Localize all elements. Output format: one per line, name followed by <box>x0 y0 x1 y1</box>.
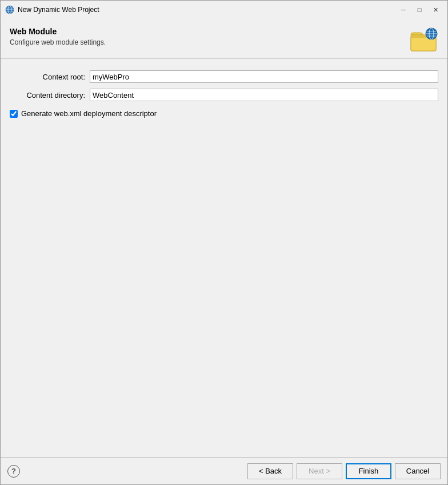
generate-xml-label[interactable]: Generate web.xml deployment descriptor <box>21 109 157 118</box>
help-button[interactable]: ? <box>7 465 20 478</box>
footer-buttons: < Back Next > Finish Cancel <box>247 463 441 479</box>
title-bar-text: New Dynamic Web Project <box>18 6 99 14</box>
title-bar: New Dynamic Web Project ─ □ ✕ <box>1 1 447 19</box>
generate-xml-checkbox[interactable] <box>10 110 18 118</box>
footer: ? < Back Next > Finish Cancel <box>1 457 447 484</box>
window-icon <box>5 5 14 14</box>
checkbox-row: Generate web.xml deployment descriptor <box>10 109 438 118</box>
folder-globe-icon <box>410 27 438 53</box>
context-root-label: Context root: <box>10 73 90 81</box>
title-bar-left: New Dynamic Web Project <box>5 5 99 14</box>
context-root-input[interactable] <box>90 70 438 83</box>
content-directory-label: Content directory: <box>10 91 90 100</box>
back-button[interactable]: < Back <box>247 463 293 479</box>
header-section: Web Module Configure web module settings… <box>1 19 447 59</box>
maximize-button[interactable]: □ <box>412 4 427 15</box>
content-directory-row: Content directory: <box>10 89 438 101</box>
minimize-button[interactable]: ─ <box>396 4 411 15</box>
footer-help: ? <box>7 465 20 478</box>
header-subtitle: Configure web module settings. <box>10 38 410 46</box>
content-area: Context root: Content directory: Generat… <box>1 59 447 457</box>
next-button[interactable]: Next > <box>297 463 342 479</box>
content-directory-input[interactable] <box>90 89 438 101</box>
folder-icon-svg <box>410 27 438 53</box>
finish-button[interactable]: Finish <box>346 463 391 479</box>
title-bar-controls: ─ □ ✕ <box>396 4 443 15</box>
dialog-window: New Dynamic Web Project ─ □ ✕ Web Module… <box>0 0 448 485</box>
close-button[interactable]: ✕ <box>428 4 443 15</box>
header-title: Web Module <box>10 27 410 36</box>
header-text: Web Module Configure web module settings… <box>10 27 410 46</box>
context-root-row: Context root: <box>10 70 438 83</box>
cancel-button[interactable]: Cancel <box>395 463 441 479</box>
